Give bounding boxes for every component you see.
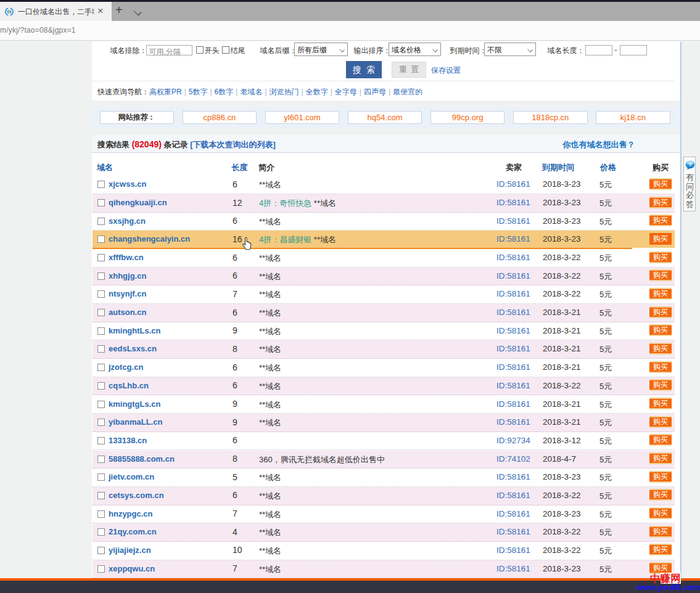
svg-text:?: ? (688, 162, 692, 168)
